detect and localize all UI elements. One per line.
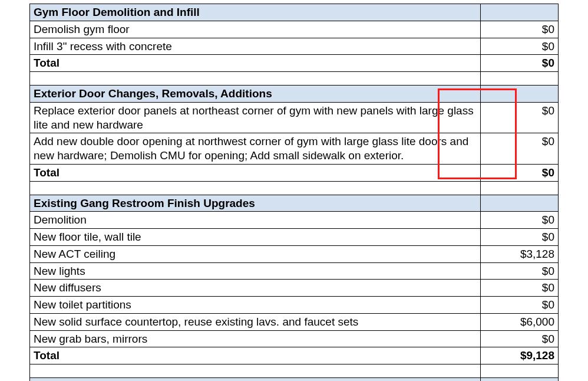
item-amt: $0 [481, 212, 559, 229]
item-desc: New grab bars, mirrors [30, 330, 481, 347]
section-title-amt [481, 195, 559, 212]
item-desc: New solid surface countertop, reuse exis… [30, 313, 481, 330]
section-title-amt [481, 4, 559, 21]
item-amt: $0 [481, 330, 559, 347]
total-label: Total [30, 347, 481, 364]
overall-label: Overall Total [30, 378, 481, 382]
section-title: Gym Floor Demolition and Infill [30, 4, 481, 21]
line-item: New floor tile, wall tile $0 [30, 229, 559, 246]
item-desc: Infill 3" recess with concrete [30, 38, 481, 55]
item-desc: Demolition [30, 212, 481, 229]
section-title: Exterior Door Changes, Removals, Additio… [30, 86, 481, 103]
overall-amt: $9,128 [481, 378, 559, 382]
total-amt: $0 [481, 55, 559, 72]
item-amt: $6,000 [481, 313, 559, 330]
item-amt: $0 [481, 133, 559, 165]
item-desc: New floor tile, wall tile [30, 229, 481, 246]
section-title: Existing Gang Restroom Finish Upgrades [30, 195, 481, 212]
line-item: Demolish gym floor $0 [30, 21, 559, 38]
line-item: New solid surface countertop, reuse exis… [30, 313, 559, 330]
line-item: New ACT ceiling $3,128 [30, 245, 559, 262]
overall-total: Overall Total $9,128 [30, 378, 559, 382]
total-label: Total [30, 55, 481, 72]
item-amt: $0 [481, 21, 559, 38]
item-amt: $0 [481, 297, 559, 314]
item-amt: $0 [481, 229, 559, 246]
item-desc: New toilet partitions [30, 297, 481, 314]
total-amt: $9,128 [481, 347, 559, 364]
section-total: Total $9,128 [30, 347, 559, 364]
spacer-row [30, 181, 559, 195]
line-item: Infill 3" recess with concrete $0 [30, 38, 559, 55]
section-total: Total $0 [30, 55, 559, 72]
line-item: Add new double door opening at northwest… [30, 133, 559, 165]
section-header: Exterior Door Changes, Removals, Additio… [30, 86, 559, 103]
line-item: New diffusers $0 [30, 280, 559, 297]
section-header: Existing Gang Restroom Finish Upgrades [30, 195, 559, 212]
section-title-amt [481, 86, 559, 103]
item-desc: Replace exterior door panels at northeas… [30, 102, 481, 133]
line-item: New grab bars, mirrors $0 [30, 330, 559, 347]
item-amt: $0 [481, 102, 559, 133]
spacer-row [30, 72, 559, 86]
line-item: Demolition $0 [30, 212, 559, 229]
line-item: New lights $0 [30, 262, 559, 280]
item-amt: $3,128 [481, 245, 559, 262]
spacer-row [30, 364, 559, 378]
item-amt: $0 [481, 38, 559, 55]
item-amt: $0 [481, 280, 559, 297]
total-label: Total [30, 164, 481, 181]
item-desc: New ACT ceiling [30, 245, 481, 262]
item-amt: $0 [481, 262, 559, 280]
line-item: Replace exterior door panels at northeas… [30, 102, 559, 133]
item-desc: New diffusers [30, 280, 481, 297]
total-amt: $0 [481, 164, 559, 181]
section-header: Gym Floor Demolition and Infill [30, 4, 559, 21]
line-item: New toilet partitions $0 [30, 297, 559, 314]
page: Gym Floor Demolition and Infill Demolish… [0, 0, 588, 381]
cost-table: Gym Floor Demolition and Infill Demolish… [29, 4, 559, 381]
item-desc: Add new double door opening at northwest… [30, 133, 481, 165]
item-desc: Demolish gym floor [30, 21, 481, 38]
item-desc: New lights [30, 262, 481, 280]
section-total: Total $0 [30, 164, 559, 181]
